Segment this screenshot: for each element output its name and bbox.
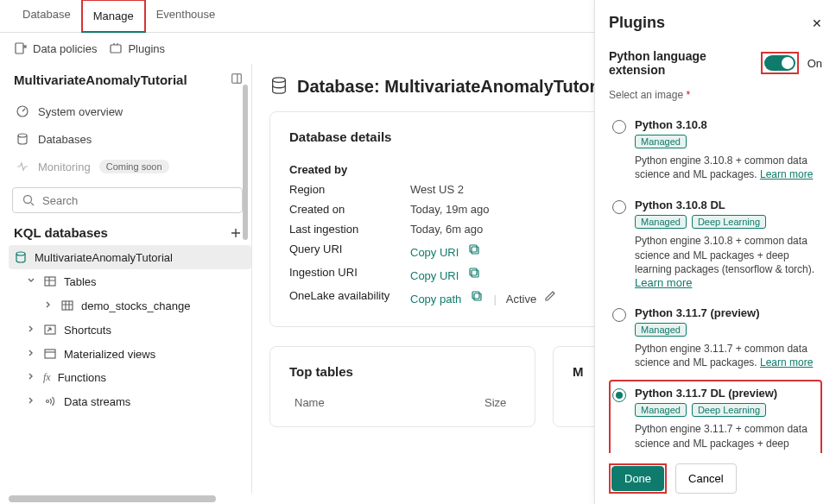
nav-databases[interactable]: Databases: [9, 125, 251, 153]
learn-more-link[interactable]: Learn more: [635, 276, 692, 289]
search-icon: [22, 193, 35, 207]
copy-icon[interactable]: [467, 243, 481, 256]
plugins-panel: Plugins ✕ Python language extension On S…: [594, 0, 836, 504]
svg-rect-8: [62, 301, 73, 310]
radio-icon[interactable]: [612, 308, 626, 322]
svg-rect-18: [472, 292, 479, 299]
option-desc: Python engine 3.10.8 + common data scien…: [635, 235, 814, 274]
option-name: Python 3.10.8 DL: [635, 198, 819, 211]
copy-ingest-uri[interactable]: Copy URI: [410, 269, 459, 282]
tree-db[interactable]: MultivariateAnomalyTutorial: [9, 245, 251, 269]
tree-demo-label: demo_stocks_change: [81, 299, 190, 312]
nav-overview[interactable]: System overview: [9, 98, 251, 125]
svg-rect-15: [472, 270, 478, 277]
svg-rect-9: [45, 325, 55, 334]
created-on-label: Created on: [289, 203, 410, 216]
chevron-right-icon: [26, 324, 36, 337]
last-ingestion-value: Today, 6m ago: [410, 223, 483, 236]
option-python-3117[interactable]: Python 3.11.7 (preview) Managed Python e…: [609, 299, 822, 380]
data-policies-label: Data policies: [33, 42, 97, 55]
kql-databases-header: KQL databases: [14, 225, 108, 240]
plugins-button[interactable]: Plugins: [109, 41, 165, 55]
option-python-3108-dl[interactable]: Python 3.10.8 DL Managed Deep Learning P…: [609, 192, 822, 299]
learn-more-link[interactable]: Learn more: [760, 356, 813, 369]
created-by-label: Created by: [289, 163, 410, 176]
tree-shortcuts[interactable]: Shortcuts: [14, 318, 251, 342]
nav-monitoring-label: Monitoring: [38, 161, 91, 173]
close-icon[interactable]: ✕: [812, 16, 822, 30]
shortcut-icon: [43, 323, 57, 337]
toggle-state: On: [808, 57, 822, 70]
table-group-icon: [43, 274, 57, 288]
plugin-icon: [109, 41, 123, 55]
region-label: Region: [289, 183, 410, 196]
onelake-label: OneLake availability: [289, 289, 410, 306]
chevron-right-icon: [26, 348, 36, 361]
svg-rect-17: [474, 293, 481, 300]
plugins-label: Plugins: [128, 42, 165, 55]
search-input[interactable]: [42, 194, 233, 207]
radio-icon[interactable]: [612, 388, 626, 402]
tree-shortcuts-label: Shortcuts: [64, 324, 111, 337]
top-tables-card: Top tables Name Size: [269, 346, 535, 427]
copy-query-uri[interactable]: Copy URI: [410, 246, 459, 259]
tag-managed: Managed: [635, 323, 687, 337]
databases-icon: [16, 132, 29, 146]
region-value: West US 2: [410, 183, 464, 196]
col-size: Size: [484, 396, 506, 409]
tree-db-label: MultivariateAnomalyTutorial: [35, 251, 173, 264]
learn-more-link[interactable]: Learn more: [760, 168, 813, 180]
panel-collapse-icon[interactable]: [231, 72, 243, 87]
tree-functions[interactable]: fx Functions: [14, 366, 251, 389]
tag-deep-learning: Deep Learning: [692, 215, 766, 229]
nav-databases-label: Databases: [38, 133, 92, 146]
svg-rect-13: [472, 247, 478, 254]
python-extension-toggle[interactable]: [764, 55, 795, 71]
option-python-3108[interactable]: Python 3.10.8 Managed Python engine 3.10…: [609, 111, 822, 192]
chevron-right-icon: [26, 395, 36, 408]
copy-icon[interactable]: [470, 289, 484, 303]
col-name: Name: [294, 396, 433, 409]
tree-demo-table[interactable]: demo_stocks_change: [14, 293, 251, 318]
search-input-wrap[interactable]: [12, 187, 243, 213]
radio-icon[interactable]: [612, 120, 626, 134]
cancel-button[interactable]: Cancel: [675, 463, 736, 494]
tree-mat-views[interactable]: Materialized views: [14, 342, 251, 366]
gauge-icon: [16, 104, 29, 118]
tab-eventhouse[interactable]: Eventhouse: [146, 0, 226, 32]
svg-rect-7: [45, 277, 55, 286]
svg-rect-10: [45, 350, 55, 358]
option-name: Python 3.11.7 DL (preview): [635, 387, 819, 400]
nav-overview-label: System overview: [38, 105, 123, 118]
edit-icon[interactable]: [543, 289, 557, 303]
chevron-right-icon: [43, 299, 54, 312]
panel-title: Plugins: [609, 14, 665, 32]
tree-tables[interactable]: Tables: [14, 269, 251, 293]
tab-database[interactable]: Database: [12, 0, 81, 32]
query-uri-label: Query URI: [289, 243, 410, 259]
radio-icon[interactable]: [612, 200, 626, 214]
tag-deep-learning: Deep Learning: [692, 403, 766, 417]
done-button[interactable]: Done: [611, 466, 664, 491]
database-title: Database: MultivariateAnomalyTutorial: [297, 77, 616, 97]
option-python-3117-dl[interactable]: Python 3.11.7 DL (preview) Managed Deep …: [609, 380, 822, 453]
tree-streams[interactable]: Data streams: [14, 389, 251, 413]
database-title-icon: [269, 76, 288, 98]
left-scrollbar[interactable]: [243, 69, 250, 488]
monitoring-icon: [16, 160, 29, 173]
svg-rect-0: [16, 43, 23, 54]
required-asterisk: *: [686, 89, 690, 101]
tag-managed: Managed: [635, 135, 687, 148]
option-desc: Python engine 3.11.7 + common data scien…: [635, 423, 814, 453]
last-ingestion-label: Last ingestion: [289, 223, 410, 236]
svg-point-11: [47, 400, 49, 403]
data-policies-button[interactable]: Data policies: [14, 41, 97, 55]
svg-rect-2: [232, 74, 242, 84]
tag-managed: Managed: [635, 403, 687, 417]
chevron-right-icon: [26, 371, 36, 384]
created-on-value: Today, 19m ago: [410, 203, 490, 216]
copy-onelake-path[interactable]: Copy path: [410, 293, 461, 306]
copy-icon[interactable]: [467, 266, 481, 280]
add-database-icon[interactable]: [229, 226, 243, 240]
tab-manage[interactable]: Manage: [81, 0, 146, 33]
